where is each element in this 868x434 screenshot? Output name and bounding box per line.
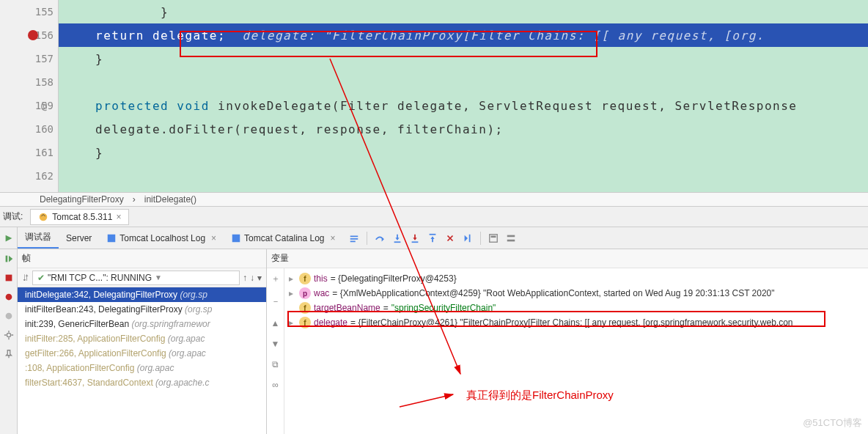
- tab-catalina-log[interactable]: Tomcat Catalina Log×: [224, 227, 342, 249]
- override-icon: @: [41, 100, 47, 111]
- tomcat-icon: [38, 212, 48, 222]
- svg-rect-1: [108, 234, 116, 242]
- variable-row[interactable]: ▸p wac = {XmlWebApplicationContext@4259}…: [284, 286, 868, 301]
- duplicate-watch-icon[interactable]: ⧉: [272, 359, 279, 369]
- filter-icon[interactable]: ▾: [257, 273, 262, 283]
- code-area[interactable]: } return delegate; delegate: "FilterChai…: [59, 0, 868, 192]
- code-text: invokeDelegate(Filter delegate, ServletR…: [218, 99, 797, 113]
- breakpoint-icon[interactable]: [28, 30, 38, 40]
- code-line: protected void invokeDelegate(Filter del…: [59, 94, 868, 117]
- run-to-cursor-icon[interactable]: [463, 233, 473, 243]
- expand-icon[interactable]: ▸: [289, 273, 296, 284]
- code-text: delegate;: [144, 29, 243, 43]
- trace-current-stream-chain-icon[interactable]: [506, 233, 516, 243]
- stack-frame[interactable]: initDelegate:342, DelegatingFilterProxy …: [18, 287, 266, 302]
- prev-frame-icon[interactable]: ⮃: [22, 273, 29, 282]
- gutter-line: 155: [0, 0, 58, 23]
- pin-icon[interactable]: [4, 349, 14, 359]
- tab-label: 调试器: [25, 231, 51, 243]
- variables-tree[interactable]: ▸f this = {DelegatingFilterProxy@4253} ▸…: [284, 268, 868, 434]
- stack-frame[interactable]: getFilter:266, ApplicationFilterConfig (…: [18, 346, 266, 361]
- field-icon: f: [299, 302, 311, 314]
- var-name: delegate: [314, 317, 347, 328]
- variable-row[interactable]: ▸f delegate = {FilterChainProxy@4261} "F…: [284, 315, 868, 330]
- keyword: void: [177, 99, 218, 113]
- gutter-line: @159: [0, 94, 58, 117]
- view-breakpoints-icon[interactable]: [4, 292, 14, 302]
- frames-panel: 帧 ⮃ ✔ "RMI TCP C...": RUNNING ▼ ↑ ↓ ▾ in…: [18, 249, 267, 434]
- toolwindow-side-icons: [0, 227, 18, 249]
- line-number: 158: [35, 76, 54, 88]
- expand-icon[interactable]: [289, 303, 296, 313]
- breadcrumb[interactable]: DelegatingFilterProxy › initDelegate(): [0, 192, 868, 207]
- rerun-icon[interactable]: [4, 233, 14, 243]
- code-line: }: [59, 141, 868, 164]
- frames-header: 帧: [18, 249, 266, 268]
- svg-rect-5: [350, 240, 355, 242]
- chevron-down-icon: ▼: [155, 273, 162, 282]
- close-icon[interactable]: ×: [331, 233, 336, 243]
- line-number: 160: [35, 123, 54, 135]
- stack-frame[interactable]: :108, ApplicationFilterConfig (org.apac: [18, 361, 266, 375]
- thread-selector[interactable]: ✔ "RMI TCP C...": RUNNING ▼: [32, 271, 240, 285]
- expand-icon[interactable]: ▸: [289, 317, 296, 328]
- resume-icon[interactable]: [4, 254, 14, 264]
- svg-rect-8: [429, 233, 435, 235]
- breadcrumb-class[interactable]: DelegatingFilterProxy: [40, 194, 124, 205]
- remove-watch-icon[interactable]: －: [271, 295, 280, 308]
- field-icon: f: [299, 273, 311, 284]
- evaluate-expression-icon[interactable]: [488, 233, 499, 243]
- param-icon: p: [299, 287, 311, 299]
- run-config-tab[interactable]: Tomcat 8.5.311 ×: [30, 209, 129, 225]
- tab-server[interactable]: Server: [59, 227, 99, 249]
- show-watches-icon[interactable]: ∞: [272, 380, 279, 390]
- variables-header: 变量: [267, 249, 868, 268]
- expand-icon[interactable]: ▸: [289, 288, 296, 298]
- step-over-icon[interactable]: [375, 233, 385, 243]
- thread-running-icon: ✔: [37, 273, 45, 283]
- settings-icon[interactable]: [4, 330, 14, 340]
- code-line: delegate.doFilter(request, response, fil…: [59, 117, 868, 141]
- prev-stack-icon[interactable]: ↑: [243, 273, 247, 283]
- variables-panel: 变量 ＋ － ▲ ▼ ⧉ ∞ ▸f this = {DelegatingFilt…: [267, 249, 868, 434]
- tab-debugger[interactable]: 调试器: [18, 227, 59, 249]
- editor-gutter: 155 156 157 158 @159 160 161 162: [0, 0, 59, 192]
- watermark: @51CTO博客: [803, 416, 862, 430]
- move-down-icon[interactable]: ▼: [271, 339, 280, 349]
- thread-status: "RMI TCP C...": RUNNING: [48, 273, 152, 283]
- code-editor[interactable]: 155 156 157 158 @159 160 161 162 } retur…: [0, 0, 868, 192]
- annotation-text: 真正得到的是FilterChainProxy: [466, 389, 614, 402]
- move-up-icon[interactable]: ▲: [271, 318, 280, 328]
- show-execution-point-icon[interactable]: [349, 233, 359, 243]
- breadcrumb-method[interactable]: initDelegate(): [144, 194, 196, 205]
- step-into-icon[interactable]: [392, 233, 402, 243]
- close-icon[interactable]: ×: [211, 233, 216, 243]
- close-icon[interactable]: ×: [116, 212, 121, 222]
- variables-body: ＋ － ▲ ▼ ⧉ ∞ ▸f this = {DelegatingFilterP…: [267, 268, 868, 434]
- tab-localhost-log[interactable]: Tomcat Localhost Log×: [99, 227, 224, 249]
- stop-icon[interactable]: [4, 273, 14, 283]
- stack-frame[interactable]: filterStart:4637, StandardContext (org.a…: [18, 375, 266, 390]
- run-label: 调试:: [3, 210, 23, 223]
- drop-frame-icon[interactable]: [445, 233, 455, 243]
- code-line-current: return delegate; delegate: "FilterChainP…: [59, 23, 868, 47]
- line-number: 155: [35, 6, 54, 18]
- var-value: = {FilterChainProxy@4261} "FilterChainPr…: [350, 317, 792, 328]
- stack-frame[interactable]: initFilterBean:243, DelegatingFilterProx…: [18, 302, 266, 317]
- next-stack-icon[interactable]: ↓: [250, 273, 254, 283]
- variable-row[interactable]: ▸f this = {DelegatingFilterProxy@4253}: [284, 271, 868, 286]
- force-step-into-icon[interactable]: [410, 233, 420, 243]
- frames-title: 帧: [22, 252, 31, 265]
- debugger-toolbar: 调试器 Server Tomcat Localhost Log× Tomcat …: [0, 227, 868, 249]
- log-icon: [106, 233, 117, 243]
- gutter-line: 158: [0, 70, 58, 94]
- svg-rect-11: [490, 235, 496, 238]
- variable-row[interactable]: f targetBeanName = "springSecurityFilter…: [284, 301, 868, 315]
- new-watch-icon[interactable]: ＋: [271, 273, 280, 285]
- stack-frame[interactable]: initFilter:285, ApplicationFilterConfig …: [18, 331, 266, 346]
- mute-breakpoints-icon[interactable]: [4, 311, 14, 321]
- step-out-icon[interactable]: [427, 233, 438, 243]
- frames-list[interactable]: initDelegate:342, DelegatingFilterProxy …: [18, 287, 266, 434]
- stack-frame[interactable]: init:239, GenericFilterBean (org.springf…: [18, 317, 266, 331]
- keyword: return: [95, 29, 144, 43]
